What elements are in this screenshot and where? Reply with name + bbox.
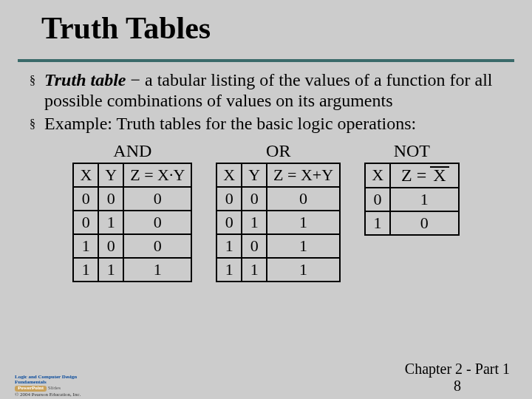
bullet-marker: § xyxy=(30,74,35,88)
table-row: 101 xyxy=(216,234,340,258)
logo-chip: PowerPoint xyxy=(15,386,47,391)
logo-line3: © 2004 Pearson Education, Inc. xyxy=(15,392,103,398)
logo-line2: PowerPoint Slides xyxy=(15,386,103,391)
table-row: 100 xyxy=(73,234,191,258)
col-y: Y xyxy=(98,163,123,187)
or-table: X Y Z = X+Y 000 011 101 111 xyxy=(216,163,341,282)
page-number: 8 xyxy=(405,378,510,395)
logo-line2b: Slides xyxy=(48,385,61,391)
not-z-eq: = xyxy=(417,166,428,185)
and-title: AND xyxy=(113,141,151,161)
table-row: 10 xyxy=(365,211,458,235)
table-row: X Z = X xyxy=(365,163,458,188)
not-table-block: NOT X Z = X 01 10 xyxy=(364,141,459,236)
table-row: 111 xyxy=(216,258,340,282)
bullet-1-text: Truth table − a tabular listing of the v… xyxy=(44,69,507,112)
and-table-block: AND X Y Z = X·Y 000 010 100 111 xyxy=(72,141,192,282)
bullet-2-text: Example: Truth tables for the basic logi… xyxy=(44,113,416,134)
bullet-2: § Example: Truth tables for the basic lo… xyxy=(30,113,507,134)
col-y: Y xyxy=(242,163,267,187)
table-row: 000 xyxy=(216,187,340,211)
not-z-xbar: X xyxy=(432,166,447,185)
bullet-1: § Truth table − a tabular listing of the… xyxy=(30,69,507,112)
table-row: 111 xyxy=(73,258,191,282)
title-underline xyxy=(18,59,514,62)
or-table-block: OR X Y Z = X+Y 000 011 101 111 xyxy=(216,141,341,282)
col-z: Z = X·Y xyxy=(123,163,191,187)
table-row: 011 xyxy=(216,211,340,234)
bullet-list: § Truth table − a tabular listing of the… xyxy=(0,69,532,134)
table-row: 000 xyxy=(73,187,191,211)
bullet-marker: § xyxy=(30,117,35,132)
truth-tables-row: AND X Y Z = X·Y 000 010 100 111 OR X Y Z… xyxy=(0,141,532,282)
not-z-prefix: Z xyxy=(401,166,412,185)
col-z: Z = X+Y xyxy=(267,163,340,187)
col-z: Z = X xyxy=(390,163,459,188)
bullet-1-term: Truth table xyxy=(44,70,126,89)
publisher-logo: Logic and Computer Design Fundamentals P… xyxy=(15,375,103,398)
or-title: OR xyxy=(266,141,290,161)
chapter-label: Chapter 2 - Part 1 xyxy=(405,361,510,378)
col-x: X xyxy=(365,163,390,188)
col-x: X xyxy=(216,163,242,187)
col-x: X xyxy=(73,163,98,187)
slide-title: Truth Tables xyxy=(0,0,532,50)
logo-line1: Logic and Computer Design Fundamentals xyxy=(15,375,103,386)
table-row: X Y Z = X+Y xyxy=(216,163,340,187)
not-table: X Z = X 01 10 xyxy=(364,163,459,236)
table-row: 01 xyxy=(365,188,458,211)
table-row: 010 xyxy=(73,211,191,234)
table-row: X Y Z = X·Y xyxy=(73,163,191,187)
not-title: NOT xyxy=(394,141,430,161)
and-table: X Y Z = X·Y 000 010 100 111 xyxy=(72,163,192,282)
footer-right: Chapter 2 - Part 1 8 xyxy=(405,361,510,395)
